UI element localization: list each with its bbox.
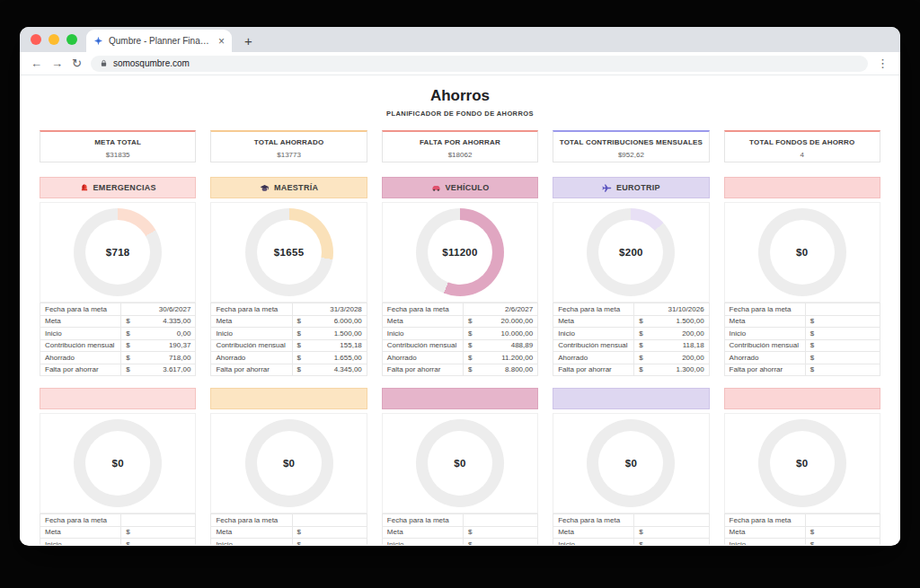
savings-board: META TOTAL $31835 TOTAL AHORRADO $13773 … xyxy=(20,130,900,545)
table-row-inicio: Inicio $ xyxy=(211,539,367,546)
maximize-window-button[interactable] xyxy=(66,34,77,45)
row-label: Fecha para la meta xyxy=(211,303,292,316)
currency-symbol: $ xyxy=(126,365,129,373)
amount: 1.300,00 xyxy=(676,365,703,373)
fund-details-table: Fecha para la meta 30/6/2027 Meta $4.335… xyxy=(40,303,196,376)
browser-tab[interactable]: Qumbre - Planner Financiero × xyxy=(86,30,232,52)
table-row-ahorrado: Ahorrado $ xyxy=(724,352,880,364)
row-label: Inicio xyxy=(382,539,463,546)
amount: 4.345,00 xyxy=(334,365,362,373)
row-value: $190,37 xyxy=(121,339,196,352)
lock-icon[interactable] xyxy=(100,59,108,67)
amount: 1.500,00 xyxy=(334,329,362,338)
donut-center-value: $0 xyxy=(283,458,295,469)
donut-chart-card: $200 xyxy=(553,202,709,303)
browser-menu-icon[interactable]: ⋮ xyxy=(877,57,889,70)
row-label: Ahorrado xyxy=(382,352,463,364)
row-value: $ xyxy=(634,539,709,546)
forward-icon[interactable]: → xyxy=(51,57,63,69)
table-row-meta: Meta $ xyxy=(724,315,880,328)
amount: 155,18 xyxy=(340,341,361,349)
row-label: Contribución mensual xyxy=(553,339,634,352)
fund-column: EMERGENCIAS $718 Fecha para la meta xyxy=(40,177,196,376)
fund-name: MAESTRÍA xyxy=(274,183,318,192)
row-value: $ xyxy=(805,526,880,539)
fund-header xyxy=(724,388,880,409)
new-tab-button[interactable]: + xyxy=(244,30,252,52)
currency-symbol: $ xyxy=(468,528,472,536)
minimize-window-button[interactable] xyxy=(49,34,59,45)
row-label: Fecha para la meta xyxy=(553,514,634,527)
fund-header xyxy=(40,388,196,409)
url-text: somosqumbre.com xyxy=(113,58,190,68)
amount: 20.000,00 xyxy=(501,317,534,325)
tab-favicon-icon xyxy=(93,36,103,46)
row-label: Meta xyxy=(40,315,121,328)
table-row-inicio: Inicio $ xyxy=(553,539,709,546)
row-label: Meta xyxy=(211,315,292,328)
summary-card: META TOTAL $31835 xyxy=(40,130,196,162)
fund-icon xyxy=(260,183,270,193)
row-label: Contribución mensual xyxy=(382,339,463,352)
table-row-contribucion: Contribución mensual $118,18 xyxy=(553,339,709,352)
table-row-contribucion: Contribución mensual $488,89 xyxy=(382,339,537,352)
row-value: 30/6/2027 xyxy=(121,303,196,316)
currency-symbol: $ xyxy=(126,329,129,338)
row-value: $11.200,00 xyxy=(463,352,537,364)
summary-card-label: TOTAL FONDOS DE AHORRO xyxy=(725,138,880,146)
fund-column: $0 Fecha para la meta Meta xyxy=(724,388,880,545)
currency-symbol: $ xyxy=(297,329,301,338)
row-label: Inicio xyxy=(40,328,121,340)
donut-chart: $0 xyxy=(74,419,162,507)
amount: 4.335,00 xyxy=(163,317,190,325)
row-value xyxy=(805,514,880,527)
reload-icon[interactable]: ↻ xyxy=(72,57,82,69)
page-subtitle: PLANIFICADOR DE FONDO DE AHORROS xyxy=(20,110,900,118)
table-row-meta: Meta $4.335,00 xyxy=(40,315,196,328)
row-label: Falta por ahorrar xyxy=(553,364,634,376)
row-value: $ xyxy=(463,526,537,539)
donut-chart-card: $718 xyxy=(40,202,196,303)
currency-symbol: $ xyxy=(297,354,301,362)
currency-symbol: $ xyxy=(468,317,472,325)
tab-title: Qumbre - Planner Financiero xyxy=(109,36,213,46)
row-label: Falta por ahorrar xyxy=(40,364,121,376)
fund-details-table: Fecha para la meta Meta $ Inicio $ xyxy=(724,303,880,376)
currency-symbol: $ xyxy=(468,354,472,362)
fund-details-table: Fecha para la meta Meta $ Inicio $ xyxy=(382,513,538,545)
row-label: Meta xyxy=(724,526,805,539)
amount: 118,18 xyxy=(683,341,704,349)
amount: 718,00 xyxy=(169,354,190,362)
back-icon[interactable]: ← xyxy=(31,57,42,69)
amount: 3.617,00 xyxy=(163,365,190,373)
currency-symbol: $ xyxy=(639,540,642,545)
address-bar[interactable]: somosqumbre.com xyxy=(91,56,868,72)
close-window-button[interactable] xyxy=(31,34,41,45)
currency-symbol: $ xyxy=(810,540,814,545)
row-label: Fecha para la meta xyxy=(40,303,121,316)
table-row-inicio: Inicio $0,00 xyxy=(40,328,196,340)
fund-column: $0 Fecha para la meta Meta xyxy=(210,388,367,545)
row-value xyxy=(634,514,709,527)
amount: 190,37 xyxy=(169,341,190,349)
table-row-fecha: Fecha para la meta xyxy=(382,514,537,527)
tab-close-icon[interactable]: × xyxy=(218,36,225,47)
row-value: $ xyxy=(292,526,367,539)
currency-symbol: $ xyxy=(810,528,814,536)
row-label: Inicio xyxy=(382,328,463,340)
row-value: $0,00 xyxy=(121,328,196,340)
currency-symbol: $ xyxy=(810,354,814,362)
currency-symbol: $ xyxy=(126,317,129,325)
summary-card-value: 4 xyxy=(725,151,880,159)
fund-name: EMERGENCIAS xyxy=(93,183,156,192)
donut-center-value: $1655 xyxy=(274,247,304,258)
table-row-inicio: Inicio $1.500,00 xyxy=(211,328,367,340)
fund-header xyxy=(210,388,367,409)
fund-column: $0 Fecha para la meta Meta xyxy=(40,388,196,545)
row-value: $ xyxy=(805,328,880,340)
browser-toolbar: ← → ↻ somosqumbre.com ⋮ xyxy=(20,52,900,75)
table-row-meta: Meta $ xyxy=(211,526,367,539)
table-row-fecha: Fecha para la meta xyxy=(724,303,880,316)
row-value: $ xyxy=(805,315,880,328)
currency-symbol: $ xyxy=(297,540,301,545)
